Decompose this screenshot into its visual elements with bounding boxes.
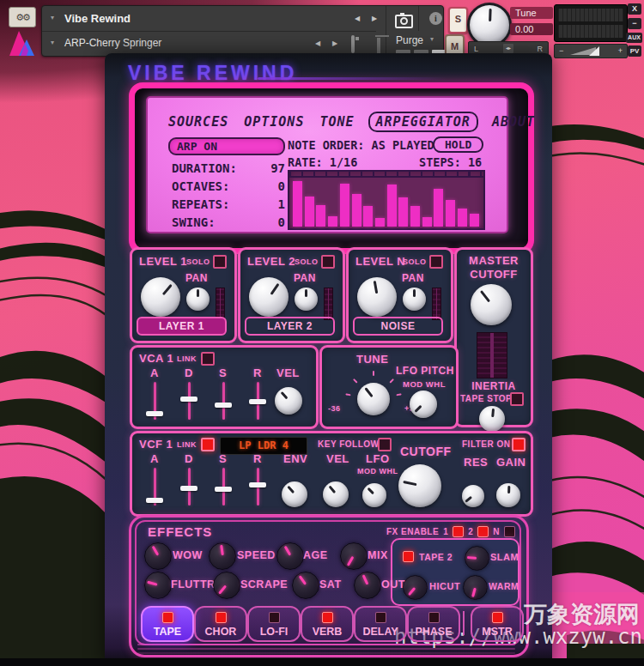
instrument-collapse-icon[interactable]: ▾ — [51, 14, 54, 21]
fx-wow-knob[interactable] — [144, 542, 172, 570]
slider-handle[interactable] — [249, 399, 266, 404]
tune-knob[interactable] — [357, 383, 390, 415]
step-bar[interactable] — [434, 189, 443, 227]
steps-control[interactable]: STEPS: 16 — [419, 155, 482, 169]
tape-stop-checkbox[interactable] — [510, 392, 524, 406]
arp-on-button[interactable]: ARP ON — [168, 137, 285, 155]
screen-tab-options[interactable]: OPTIONS — [242, 113, 306, 130]
snapshot-view-icon[interactable] — [395, 15, 413, 28]
fx-enable-checkbox-2[interactable] — [477, 526, 489, 537]
step-bar[interactable] — [316, 205, 325, 227]
channel-select-button[interactable]: NOISE — [353, 317, 443, 336]
slider-handle[interactable] — [249, 482, 266, 487]
slider-handle[interactable] — [146, 498, 163, 503]
save-icon[interactable] — [351, 35, 355, 53]
rate-control[interactable]: RATE: 1/16 — [288, 155, 357, 169]
prev-instrument-icon[interactable]: ◀ — [355, 15, 360, 22]
delete-icon[interactable] — [377, 38, 380, 54]
screen-tab-sources[interactable]: SOURCES — [167, 113, 230, 130]
info-view-icon[interactable]: i — [429, 12, 442, 25]
vcf-link-checkbox[interactable] — [201, 438, 215, 451]
purge-menu[interactable]: Purge — [396, 34, 423, 46]
effect-tab-verb[interactable]: VERB — [301, 606, 354, 642]
solo-checkbox[interactable] — [429, 255, 443, 269]
channel-select-button[interactable]: LAYER 2 — [245, 317, 335, 336]
effect-tab-chor[interactable]: CHOR — [194, 606, 247, 642]
slam-knob[interactable] — [465, 546, 489, 571]
step-bar[interactable] — [446, 200, 455, 227]
vcf-lfo-knob[interactable] — [362, 483, 386, 507]
note-order[interactable]: NOTE ORDER: AS PLAYED — [288, 138, 434, 152]
step-bar[interactable] — [398, 197, 408, 227]
screen-tab-about[interactable]: ABOUT — [490, 113, 537, 130]
next-instrument-icon[interactable]: ▶ — [372, 15, 377, 22]
solo-checkbox[interactable] — [213, 255, 227, 269]
warm-knob[interactable] — [463, 575, 488, 600]
fx-enable-checkbox-n[interactable] — [504, 526, 515, 537]
step-bar[interactable] — [305, 197, 314, 227]
effect-tab-lo-fi[interactable]: LO-FI — [247, 606, 301, 642]
minimize-button[interactable]: − — [628, 18, 641, 29]
slider-handle[interactable] — [215, 403, 232, 408]
preset-collapse-icon[interactable]: ▾ — [51, 39, 54, 46]
effect-tab-delay[interactable]: DELAY — [354, 606, 407, 642]
slider-handle[interactable] — [146, 411, 163, 416]
arp-param-row[interactable]: OCTAVES:0 — [172, 179, 285, 197]
fx-fluttr-knob[interactable] — [144, 572, 172, 599]
fx-mix-knob[interactable] — [340, 542, 368, 570]
step-bar[interactable] — [410, 206, 420, 227]
step-bar[interactable] — [293, 181, 302, 227]
filter-on-checkbox[interactable] — [512, 438, 526, 451]
vcf-cutoff-knob[interactable] — [398, 464, 441, 507]
vca-vel-knob[interactable] — [275, 387, 302, 415]
master-cutoff-knob[interactable] — [471, 284, 512, 325]
channel-pan-knob[interactable] — [186, 288, 210, 311]
prev-preset-icon[interactable]: ◀ — [315, 39, 320, 47]
lfo-pitch-mod-knob[interactable] — [410, 391, 437, 418]
fx-scrape-knob[interactable] — [213, 572, 240, 599]
rack-view-button[interactable]: ⚙⚙ — [9, 7, 36, 27]
slider-handle[interactable] — [215, 487, 232, 492]
arp-param-row[interactable]: DURATION:97 — [172, 161, 285, 179]
effect-tab-tape[interactable]: TAPE — [141, 606, 194, 642]
pan-center-handle[interactable]: ◂▸ — [503, 44, 513, 53]
volume-slider[interactable]: − + — [554, 44, 628, 58]
step-bar[interactable] — [375, 218, 385, 227]
level-knob[interactable] — [357, 277, 397, 317]
fx-speed-knob[interactable] — [209, 542, 236, 570]
level-knob[interactable] — [141, 277, 180, 317]
step-bar[interactable] — [363, 206, 373, 227]
effect-tab-mstr[interactable]: MSTR — [471, 606, 524, 642]
hold-button[interactable]: HOLD — [433, 136, 483, 153]
next-preset-icon[interactable]: ▶ — [332, 39, 337, 47]
vca-link-checkbox[interactable] — [201, 352, 215, 366]
aux-button[interactable]: AUX — [626, 33, 642, 43]
channel-pan-knob[interactable] — [295, 288, 318, 311]
key-follow-checkbox[interactable] — [378, 438, 392, 451]
channel-select-button[interactable]: LAYER 1 — [137, 317, 227, 336]
purge-dropdown-icon[interactable]: ▾ — [430, 35, 434, 43]
tape2-checkbox[interactable] — [403, 551, 414, 562]
inertia-knob[interactable] — [479, 406, 505, 432]
arp-param-row[interactable]: SWING:0 — [172, 215, 285, 233]
slider-handle[interactable] — [180, 397, 197, 402]
step-bar[interactable] — [387, 185, 397, 227]
slider-handle[interactable] — [180, 486, 197, 491]
step-bar[interactable] — [352, 194, 361, 227]
solo-checkbox[interactable] — [321, 255, 335, 269]
step-bar[interactable] — [422, 217, 432, 227]
vcf-res-knob[interactable] — [462, 485, 484, 507]
step-bar[interactable] — [328, 216, 337, 227]
close-button[interactable]: X — [628, 3, 641, 15]
hicut-knob[interactable] — [403, 575, 428, 600]
vcf-vel-knob[interactable] — [323, 481, 349, 507]
fx-age-knob[interactable] — [276, 542, 304, 570]
fx-out-knob[interactable] — [354, 572, 381, 599]
screen-tab-tone[interactable]: TONE — [318, 113, 355, 130]
screen-tab-arpeggiator[interactable]: ARPEGGIATOR — [368, 112, 478, 132]
vcf-env-knob[interactable] — [282, 481, 307, 507]
slider-track[interactable] — [222, 382, 225, 420]
channel-pan-knob[interactable] — [403, 288, 426, 311]
effect-tab-phase[interactable]: PHASE — [407, 606, 460, 642]
level-knob[interactable] — [249, 277, 289, 317]
